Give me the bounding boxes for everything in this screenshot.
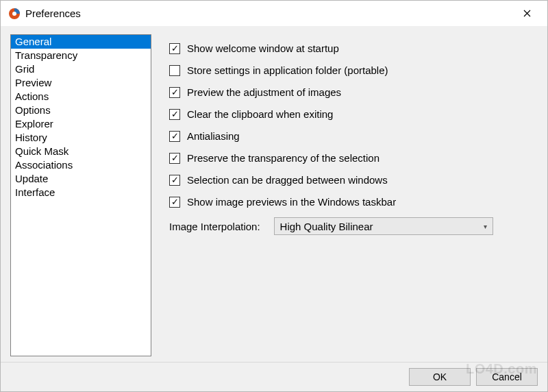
- category-label: Explorer: [15, 118, 53, 130]
- close-icon: [523, 10, 531, 17]
- category-item-interface[interactable]: Interface: [11, 186, 151, 199]
- cancel-button-label: Cancel: [492, 371, 522, 382]
- ok-button-label: OK: [433, 371, 447, 382]
- interpolation-row: Image Interpolation: High Quality Biline…: [169, 217, 534, 235]
- category-item-grid[interactable]: Grid: [11, 62, 151, 76]
- checkbox[interactable]: ✓: [169, 109, 180, 120]
- checkbox[interactable]: ✓: [169, 131, 180, 142]
- options-container: ✓Show welcome window at startupStore set…: [169, 41, 534, 209]
- category-label: Interface: [15, 186, 55, 198]
- option-row: Store settings in application folder (po…: [169, 63, 534, 77]
- option-row: ✓Selection can be dragged between window…: [169, 173, 534, 187]
- option-row: ✓Clear the clipboard when exiting: [169, 107, 534, 121]
- category-item-associations[interactable]: Associations: [11, 158, 151, 172]
- category-item-actions[interactable]: Actions: [11, 90, 151, 103]
- category-list[interactable]: GeneralTransparencyGridPreviewActionsOpt…: [10, 34, 151, 356]
- category-label: Transparency: [15, 49, 77, 61]
- checkbox[interactable]: ✓: [169, 43, 180, 54]
- option-row: ✓Antialiasing: [169, 129, 534, 143]
- checkbox[interactable]: ✓: [169, 197, 180, 208]
- ok-button[interactable]: OK: [409, 368, 471, 386]
- option-label: Preview the adjustment of images: [187, 86, 341, 98]
- chevron-down-icon: ▾: [484, 223, 487, 230]
- svg-point-1: [12, 12, 16, 16]
- checkbox[interactable]: ✓: [169, 153, 180, 164]
- option-row: ✓Show welcome window at startup: [169, 41, 534, 56]
- category-item-quick-mask[interactable]: Quick Mask: [11, 145, 151, 158]
- client-area: GeneralTransparencyGridPreviewActionsOpt…: [1, 26, 547, 362]
- interpolation-dropdown[interactable]: High Quality Bilinear ▾: [274, 217, 493, 235]
- option-label: Store settings in application folder (po…: [187, 64, 388, 76]
- option-label: Clear the clipboard when exiting: [187, 108, 333, 120]
- category-label: Preview: [15, 77, 51, 88]
- category-label: Associations: [15, 159, 73, 171]
- option-label: Selection can be dragged between windows: [187, 174, 388, 186]
- cancel-button[interactable]: Cancel: [476, 368, 538, 386]
- preferences-window: Preferences GeneralTransparencyGridPrevi…: [0, 0, 548, 392]
- option-label: Show welcome window at startup: [187, 42, 339, 54]
- interpolation-value: High Quality Bilinear: [280, 221, 373, 232]
- category-label: Grid: [15, 63, 34, 75]
- category-label: Options: [15, 104, 51, 116]
- option-row: ✓Preview the adjustment of images: [169, 85, 534, 99]
- category-item-options[interactable]: Options: [11, 103, 151, 117]
- close-button[interactable]: [513, 3, 540, 24]
- category-label: Update: [15, 173, 48, 184]
- checkbox[interactable]: ✓: [169, 87, 180, 98]
- dialog-footer: OK Cancel: [1, 362, 547, 391]
- window-title: Preferences: [25, 8, 81, 19]
- category-item-preview[interactable]: Preview: [11, 76, 151, 90]
- settings-panel: ✓Show welcome window at startupStore set…: [165, 34, 538, 356]
- checkbox[interactable]: ✓: [169, 175, 180, 186]
- option-row: ✓Preserve the transparency of the select…: [169, 151, 534, 165]
- option-row: ✓Show image previews in the Windows task…: [169, 195, 534, 209]
- category-label: General: [15, 36, 51, 47]
- category-label: Actions: [15, 90, 49, 102]
- option-label: Show image previews in the Windows taskb…: [187, 196, 396, 208]
- category-label: History: [15, 132, 47, 143]
- category-label: Quick Mask: [15, 145, 68, 157]
- app-icon: [8, 7, 21, 21]
- checkbox[interactable]: [169, 65, 180, 76]
- category-item-general[interactable]: General: [11, 35, 151, 49]
- category-item-explorer[interactable]: Explorer: [11, 117, 151, 131]
- interpolation-label: Image Interpolation:: [169, 221, 260, 232]
- category-item-history[interactable]: History: [11, 131, 151, 145]
- category-item-update[interactable]: Update: [11, 172, 151, 186]
- option-label: Antialiasing: [187, 130, 240, 142]
- option-label: Preserve the transparency of the selecti…: [187, 152, 379, 164]
- titlebar: Preferences: [1, 1, 547, 26]
- category-item-transparency[interactable]: Transparency: [11, 49, 151, 62]
